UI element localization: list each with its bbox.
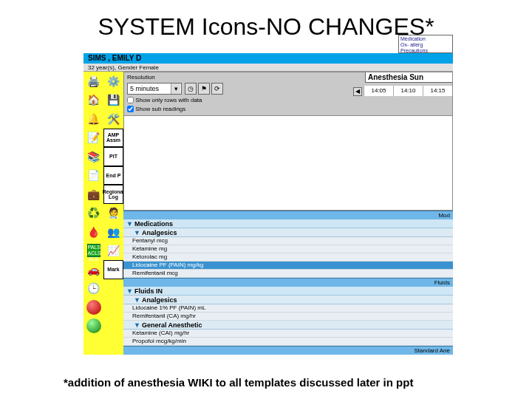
printer-icon[interactable]: 🖨️ [83, 72, 103, 91]
time-cell: 14:10 [393, 86, 423, 96]
pals-cell[interactable]: PALS ACLS ALS [83, 242, 103, 261]
note-icon[interactable]: 📝 [83, 129, 103, 148]
home-icon[interactable]: 🏠 [83, 91, 103, 110]
fluids-in-band[interactable]: ▼Fluids IN [123, 287, 453, 296]
med-row-selected[interactable]: Lidocaine PF (PAIN) mg/kg [123, 262, 453, 270]
patient-name: SIMS , EMILY D [83, 53, 453, 64]
med-row[interactable]: Fentanyl mcg [123, 237, 453, 245]
green-ball-icon[interactable] [83, 317, 103, 336]
alerts-box: Medication Ox- allerg Precautions [398, 35, 453, 53]
stack-icon[interactable]: 📚 [83, 147, 103, 166]
gen-row[interactable]: Propofol mcg/kg/min [123, 338, 453, 346]
fluids-header: Fluids [123, 278, 453, 287]
icon-sidebar: 🖨️⚙️ 🏠💾 🔔🛠️ 📝AMP Assm 📚PIT 📄End P 💼Regio… [83, 72, 123, 355]
med-row[interactable]: Remifentanil mcg [123, 270, 453, 278]
gear-icon[interactable]: ⚙️ [103, 72, 123, 91]
pit-btn[interactable]: PIT [103, 147, 123, 166]
red-ball-icon[interactable] [83, 298, 103, 317]
show-sub-checkbox[interactable]: Show sub readings [127, 106, 185, 112]
refresh-btn[interactable]: ⟳ [211, 83, 223, 95]
clock-btn[interactable]: ◷ [185, 83, 197, 95]
general-anesthetic-band[interactable]: ▼General Anesthetic [123, 321, 453, 330]
time-cell: 14:15 [423, 86, 452, 96]
people-icon[interactable]: 👥 [103, 222, 123, 242]
fluid-row[interactable]: Lidocaine 1% PF (PAIN) mL [123, 304, 453, 313]
chart-icon[interactable]: 📈 [103, 242, 123, 261]
resolution-combo[interactable]: 5 minutes [127, 83, 182, 95]
toolbar: Resolution 5 minutes ◷ ⚑ ⟳ Show only row… [123, 72, 453, 116]
body-area: Resolution 5 minutes ◷ ⚑ ⟳ Show only row… [123, 72, 453, 355]
time-cell: 14:05 [364, 86, 393, 96]
app-screenshot: SIMS , EMILY D 32 year(s), Gender Female… [83, 53, 453, 355]
clock-icon[interactable]: 🕒 [83, 279, 103, 299]
fluid-row[interactable]: Remifentanil (CA) mg/hr [123, 313, 453, 321]
analgesics-band[interactable]: ▼Analgesics [123, 228, 453, 237]
disk-icon[interactable]: 💾 [103, 91, 123, 110]
endp-btn[interactable]: End P [103, 166, 123, 185]
face-icon[interactable]: 🧑‍⚕️ [103, 204, 123, 223]
regional-log-btn[interactable]: Regional Log [103, 185, 123, 204]
grid-area: Mod ▼Medications ▼Analgesics Fentanyl mc… [123, 116, 453, 355]
mark-btn[interactable]: Mark [103, 260, 123, 279]
medications-band[interactable]: ▼Medications [123, 219, 453, 228]
tool-icon[interactable]: 🛠️ [103, 109, 123, 129]
bell-icon[interactable]: 🔔 [83, 109, 103, 129]
gen-row[interactable]: Ketamine (CAI) mg/hr [123, 330, 453, 338]
mod-header: Mod [123, 211, 453, 219]
recycle-icon[interactable]: ♻️ [83, 204, 103, 223]
flag-btn[interactable]: ⚑ [198, 83, 210, 95]
blood-icon[interactable]: 🩸 [83, 222, 103, 242]
amp-assm-btn[interactable]: AMP Assm [103, 129, 123, 148]
patient-details: 32 year(s), Gender Female [83, 64, 453, 72]
resolution-label: Resolution [127, 74, 155, 81]
time-row: 14:05 14:10 14:15 [364, 86, 452, 96]
med-row[interactable]: Ketorolac mg [123, 253, 453, 262]
bag-icon[interactable]: 💼 [83, 185, 103, 204]
show-rows-checkbox[interactable]: Show only rows with data [127, 97, 202, 103]
anesthesia-title: Anesthesia Sun [365, 72, 452, 83]
blank-zone [123, 116, 453, 211]
standard-header: Standard Ane [123, 346, 453, 355]
analgesics-band-2[interactable]: ▼Analgesics [123, 296, 453, 304]
car-icon[interactable]: 🚗 [83, 260, 103, 279]
med-row[interactable]: Ketamine mg [123, 245, 453, 253]
scroll-left-btn[interactable]: ◀ [353, 87, 362, 96]
footnote: *addition of anesthesia WIKI to all temp… [64, 376, 413, 389]
doc-icon[interactable]: 📄 [83, 166, 103, 185]
